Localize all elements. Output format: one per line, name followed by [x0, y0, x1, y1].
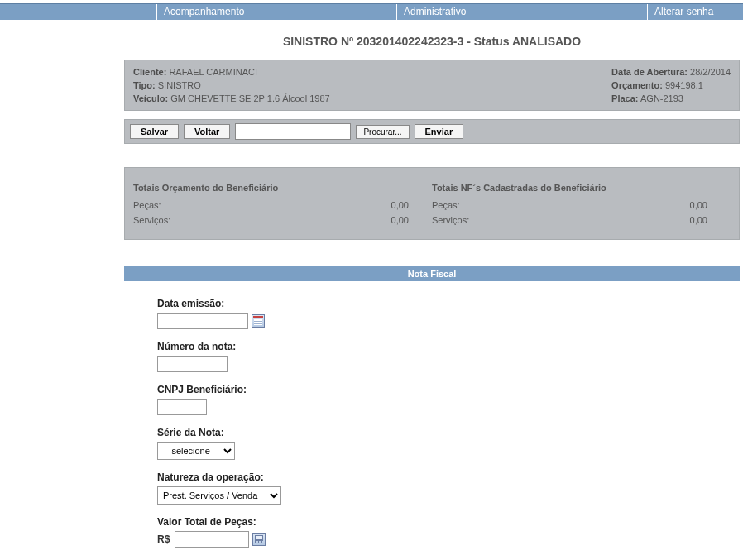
totals-pecas-label: Peças: — [133, 198, 161, 213]
totals-right-title: Totais NF´s Cadastradas do Beneficiário — [432, 183, 731, 193]
totals-left-pecas-value: 0,00 — [391, 198, 409, 213]
totals-right-servicos-value: 0,00 — [690, 213, 707, 227]
section-nota-fiscal: Nota Fiscal — [124, 266, 740, 281]
totals-right-pecas-value: 0,00 — [690, 198, 707, 213]
totals-left-title: Totais Orçamento do Beneficiário — [133, 183, 432, 193]
field-valor-pecas: Valor Total de Peças: R$ — [157, 516, 740, 548]
file-path-input[interactable] — [235, 123, 351, 140]
field-numero-nota: Número da nota: — [157, 341, 740, 372]
cnpj-input[interactable] — [157, 399, 207, 415]
browse-button[interactable]: Procurar... — [356, 125, 409, 139]
field-cnpj: CNPJ Beneficiário: — [157, 384, 740, 415]
serie-select[interactable]: -- selecione -- — [157, 442, 235, 460]
valor-pecas-input[interactable] — [175, 531, 249, 548]
nav-acompanhamento[interactable]: Acompanhamento — [156, 4, 396, 20]
totals-left: Totais Orçamento do Beneficiário Peças:0… — [133, 183, 432, 227]
calendar-icon[interactable] — [252, 314, 265, 328]
back-button[interactable]: Voltar — [184, 124, 230, 139]
totals-right: Totais NF´s Cadastradas do Beneficiário … — [432, 183, 731, 227]
valor-pecas-label: Valor Total de Peças: — [157, 516, 740, 528]
button-bar: Salvar Voltar Procurar... Enviar — [124, 119, 740, 144]
data-emissao-label: Data emissão: — [157, 298, 740, 309]
header-right: Data de Abertura: 28/2/2014 Orçamento: 9… — [595, 65, 731, 105]
serie-label: Série da Nota: — [157, 427, 740, 438]
totals-left-servicos-value: 0,00 — [391, 213, 409, 227]
totals-servicos-label: Serviços: — [133, 213, 170, 227]
numero-nota-label: Número da nota: — [157, 341, 740, 352]
field-data-emissao: Data emissão: — [157, 298, 740, 329]
nav-administrativo[interactable]: Administrativo — [396, 4, 647, 20]
field-natureza: Natureza da operação: Prest. Serviços / … — [157, 471, 740, 505]
data-emissao-input[interactable] — [157, 313, 248, 329]
currency-prefix: R$ — [157, 534, 170, 545]
calculator-icon[interactable] — [252, 533, 266, 546]
natureza-select[interactable]: Prest. Serviços / Venda — [157, 486, 281, 505]
field-serie: Série da Nota: -- selecione -- — [157, 427, 740, 460]
page-title: SINISTRO Nº 203201402242323-3 - Status A… — [124, 20, 740, 60]
nav-alterar-senha[interactable]: Alterar senha — [647, 4, 720, 20]
header-box: Cliente: RAFAEL CARMINACI Tipo: SINISTRO… — [124, 60, 740, 111]
totals-box: Totais Orçamento do Beneficiário Peças:0… — [124, 167, 740, 240]
numero-nota-input[interactable] — [157, 356, 228, 372]
header-left: Cliente: RAFAEL CARMINACI Tipo: SINISTRO… — [133, 65, 330, 105]
save-button[interactable]: Salvar — [130, 124, 179, 139]
cnpj-label: CNPJ Beneficiário: — [157, 384, 740, 395]
form-area: Data emissão: Número da nota: CNPJ Benef… — [124, 281, 740, 560]
top-nav: Acompanhamento Administrativo Alterar se… — [0, 3, 743, 20]
send-button[interactable]: Enviar — [415, 124, 464, 139]
natureza-label: Natureza da operação: — [157, 471, 740, 483]
